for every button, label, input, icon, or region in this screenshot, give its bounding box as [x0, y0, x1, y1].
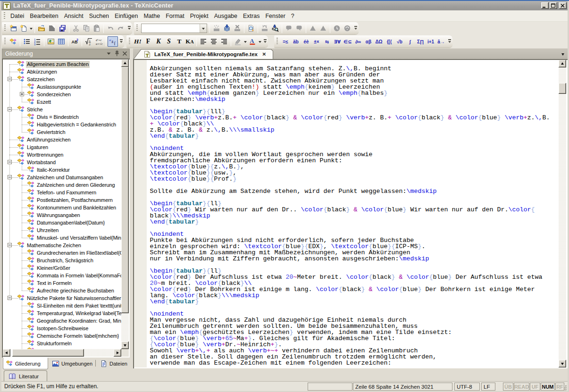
- tree-item[interactable]: Anführungszeichen: [26, 136, 71, 143]
- toolbar-overflow-chevron-icon[interactable]: [126, 23, 132, 34]
- italic-button[interactable]: K: [153, 36, 164, 47]
- build-output-button[interactable]: [222, 23, 232, 33]
- scrollbar-track[interactable]: [559, 67, 566, 83]
- math-logic-button[interactable]: ∃∀: [332, 36, 343, 47]
- cut-button[interactable]: [71, 23, 81, 33]
- math-sums-button[interactable]: Σ∏: [415, 36, 426, 47]
- tree-item[interactable]: Zahlzeichen und Datumsangaben: [26, 174, 104, 181]
- save-all-button[interactable]: [57, 23, 67, 33]
- tree-item[interactable]: Minuskel- und Versalziffern \label{Minus…: [36, 234, 121, 242]
- scrollbar-track[interactable]: [559, 94, 566, 360]
- menu-item-einfügen[interactable]: Einfügen: [112, 11, 141, 21]
- tree-item[interactable]: Nützliche Pakete für Naturwissenschaftle…: [26, 294, 121, 302]
- superscript-button[interactable]: AB2: [70, 36, 80, 47]
- math-sets-button[interactable]: ∈⊆: [343, 36, 353, 47]
- math-vectors-button[interactable]: ā→: [436, 36, 446, 47]
- previous-error-button[interactable]: [284, 23, 294, 33]
- tree-item[interactable]: Isotopen-Schreibweise: [36, 325, 89, 332]
- tree-item[interactable]: Datumsangaben\label{Datum}: [36, 219, 106, 226]
- tree-item[interactable]: Satzzeichen: [26, 75, 56, 83]
- menu-item-mathe[interactable]: Mathe: [141, 11, 163, 21]
- math-accents-button[interactable]: éè: [301, 36, 311, 47]
- math-greek-lower-button[interactable]: αβ: [363, 36, 374, 47]
- math-indices-button[interactable]: i+1: [426, 36, 436, 47]
- panel-tab-dateien[interactable]: Dateien: [98, 358, 124, 369]
- tree-item[interactable]: Sonderzeichen: [36, 91, 72, 98]
- math-integrals-button[interactable]: ∫: [405, 36, 415, 47]
- scrollbar-thumb[interactable]: [559, 83, 566, 94]
- menu-item-format[interactable]: Format: [163, 11, 187, 21]
- tree-item[interactable]: Worttrennungen: [26, 151, 64, 158]
- align-left-button[interactable]: [198, 36, 209, 47]
- next-error-button[interactable]: [294, 23, 304, 33]
- tree-item[interactable]: Chemische Formeln \label{mhchem}: [36, 332, 120, 340]
- scrollbar-thumb[interactable]: [121, 67, 129, 313]
- paste-button[interactable]: [92, 23, 102, 33]
- math-arrows-button[interactable]: ⇆: [322, 36, 332, 47]
- output-profile-combo[interactable]: [141, 24, 207, 33]
- panel-tab-umgebungen[interactable]: Umgebungen: [50, 358, 93, 369]
- redo-button[interactable]: [116, 23, 126, 33]
- typewriter-button[interactable]: T: [174, 36, 184, 47]
- tree-item[interactable]: Striche: [26, 106, 44, 113]
- toolbar-overflow-chevron-icon[interactable]: [353, 23, 359, 34]
- math-greek-upper-button[interactable]: ΔΩ: [374, 36, 384, 47]
- insert-figure-button[interactable]: [46, 36, 56, 47]
- panel-close-icon[interactable]: [121, 50, 128, 57]
- slanted-button[interactable]: S: [164, 36, 174, 47]
- tab-list-dropdown-button[interactable]: [559, 51, 566, 58]
- toolbar-overflow-chevron-icon[interactable]: [447, 36, 452, 47]
- first-error-button[interactable]: [332, 23, 342, 33]
- tab-document[interactable]: LaTeX_fuer_Penible-Mikrotypografie.tex ×: [134, 49, 273, 59]
- menu-item-bearbeiten[interactable]: Bearbeiten: [27, 11, 61, 21]
- scrollbar-track[interactable]: [84, 349, 114, 357]
- tree-item[interactable]: Kleiner/Größer: [36, 264, 71, 272]
- tab-close-icon[interactable]: ×: [262, 52, 266, 57]
- tree-collapse-icon[interactable]: [8, 296, 12, 300]
- tree-item[interactable]: Text in Formeln: [36, 279, 73, 287]
- tree-item[interactable]: Auslassungspunkte: [36, 83, 82, 91]
- outline-scroll-right-button[interactable]: [114, 349, 121, 357]
- menu-item-help[interactable]: ?: [288, 11, 297, 21]
- math-roots-button[interactable]: √b: [394, 36, 405, 47]
- stop-build-button[interactable]: [232, 23, 243, 33]
- bold-button[interactable]: F: [143, 36, 153, 47]
- tree-item[interactable]: Postleitzahlen, Postfachnummern: [36, 196, 114, 204]
- tree-item[interactable]: Allgemeines zum Beachten: [26, 60, 90, 68]
- open-button[interactable]: [36, 23, 47, 33]
- tree-item[interactable]: Abkürzungen: [26, 68, 58, 75]
- outline-scroll-up-button[interactable]: [121, 59, 129, 67]
- menu-item-fenster[interactable]: Fenster: [262, 11, 288, 21]
- new-project-button[interactable]: [8, 23, 18, 33]
- align-right-button[interactable]: [219, 36, 229, 47]
- tree-item[interactable]: Eszett: [36, 98, 52, 106]
- font-color-dropdown-icon[interactable]: [258, 36, 262, 47]
- menu-item-datei[interactable]: Datei: [8, 11, 27, 21]
- copy-button[interactable]: [81, 23, 92, 33]
- small-caps-button[interactable]: KA: [184, 36, 195, 47]
- tree-item[interactable]: Zahlzeichen und deren Gliederung: [36, 181, 116, 189]
- save-button[interactable]: [47, 23, 57, 33]
- menu-item-ansicht[interactable]: Ansicht: [61, 11, 86, 21]
- minimize-button[interactable]: [541, 2, 549, 9]
- tree-item[interactable]: Ligaturen: [26, 143, 49, 151]
- next-mark-button[interactable]: [318, 23, 328, 33]
- first-warning-button[interactable]: [342, 23, 352, 33]
- equation-array-button[interactable]: d′=ca=√c: [94, 36, 104, 47]
- enumerate-button[interactable]: 123: [32, 36, 42, 47]
- tree-item[interactable]: Strukturformeln: [36, 340, 73, 347]
- tree-collapse-icon[interactable]: [8, 160, 12, 164]
- math-misc-button[interactable]: ∂∞: [353, 36, 363, 47]
- emphasize-button[interactable]: H!: [133, 36, 143, 47]
- menu-item-projekt[interactable]: Projekt: [187, 11, 211, 21]
- tree-item[interactable]: Italic-Korrektur: [36, 166, 71, 174]
- tree-collapse-icon[interactable]: [8, 175, 12, 179]
- new-document-dropdown-icon[interactable]: [29, 23, 33, 33]
- build-and-view-button[interactable]: [270, 23, 280, 33]
- align-center-button[interactable]: [209, 36, 219, 47]
- tree-item[interactable]: Halbgeviertstrich = Gedankenstrich: [36, 121, 117, 128]
- editor-scroll-down-button[interactable]: [559, 360, 566, 367]
- tree-item[interactable]: Bruchstrich, Schrägstrich: [36, 257, 94, 264]
- undo-button[interactable]: [105, 23, 116, 33]
- tree-item[interactable]: Kontonummern und Bankleitzahlen: [36, 204, 117, 211]
